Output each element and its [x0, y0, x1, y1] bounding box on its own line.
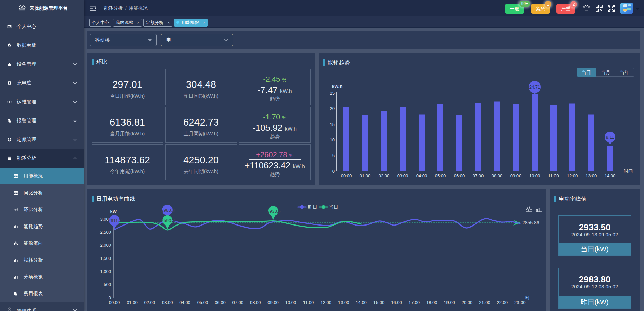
svg-text:02:00: 02:00	[144, 300, 155, 305]
svg-text:12:00: 12:00	[321, 300, 332, 305]
svg-text:01:00: 01:00	[127, 300, 138, 305]
svg-text:2611.2: 2611.2	[108, 218, 122, 223]
svg-text:04:00: 04:00	[416, 173, 427, 178]
svg-text:2,000: 2,000	[100, 243, 111, 248]
svg-text:16:00: 16:00	[391, 300, 402, 305]
svg-text:当日: 当日	[329, 204, 338, 210]
svg-text:05:00: 05:00	[435, 173, 446, 178]
svg-text:0: 0	[332, 169, 335, 174]
svg-text:0: 0	[109, 295, 111, 300]
svg-text:2,500: 2,500	[100, 230, 111, 235]
svg-text:20:00: 20:00	[462, 300, 473, 305]
svg-text:14:00: 14:00	[356, 300, 367, 305]
svg-text:03:00: 03:00	[162, 300, 173, 305]
svg-text:21:00: 21:00	[479, 300, 490, 305]
svg-text:11:00: 11:00	[303, 300, 314, 305]
svg-text:08:00: 08:00	[492, 173, 503, 178]
svg-text:时: 时	[525, 295, 530, 300]
svg-text:15: 15	[330, 122, 335, 127]
svg-text:05:00: 05:00	[197, 300, 208, 305]
svg-text:5: 5	[332, 153, 335, 158]
svg-text:1,000: 1,000	[100, 269, 111, 274]
svg-text:kW: kW	[110, 209, 117, 214]
svg-text:500: 500	[104, 282, 111, 287]
svg-text:13:00: 13:00	[338, 300, 349, 305]
svg-text:04:00: 04:00	[179, 300, 190, 305]
svg-text:17:00: 17:00	[409, 300, 420, 305]
svg-text:18:00: 18:00	[426, 300, 437, 305]
svg-text:06:00: 06:00	[454, 173, 465, 178]
svg-text:03:00: 03:00	[397, 173, 408, 178]
svg-text:15:00: 15:00	[373, 300, 385, 305]
svg-text:10:00: 10:00	[285, 300, 296, 305]
svg-text:07:00: 07:00	[232, 300, 244, 305]
svg-text:09:00: 09:00	[510, 173, 522, 178]
svg-text:12:00: 12:00	[567, 173, 578, 178]
svg-text:25: 25	[330, 91, 335, 96]
svg-text:14:00: 14:00	[605, 173, 616, 178]
svg-text:13:00: 13:00	[586, 173, 597, 178]
svg-text:08:00: 08:00	[250, 300, 261, 305]
svg-text:2983.8: 2983.8	[161, 208, 175, 213]
svg-text:10: 10	[330, 137, 335, 142]
svg-text:00:00: 00:00	[109, 300, 120, 305]
svg-text:1,500: 1,500	[100, 256, 111, 261]
svg-text:2590.8: 2590.8	[161, 218, 175, 223]
svg-text:02:00: 02:00	[379, 173, 390, 178]
svg-text:kW.h: kW.h	[332, 84, 342, 89]
svg-text:10:00: 10:00	[529, 173, 540, 178]
svg-text:06:00: 06:00	[215, 300, 226, 305]
svg-text:01:00: 01:00	[360, 173, 371, 178]
svg-text:23:00: 23:00	[514, 300, 526, 305]
svg-text:24.71: 24.71	[529, 84, 540, 90]
svg-text:07:00: 07:00	[473, 173, 484, 178]
svg-text:11:00: 11:00	[548, 173, 559, 178]
svg-text:2933.5: 2933.5	[267, 209, 281, 214]
svg-text:09:00: 09:00	[267, 300, 279, 305]
svg-text:昨日: 昨日	[308, 204, 317, 210]
svg-text:00:00: 00:00	[341, 173, 352, 178]
svg-text:22:00: 22:00	[497, 300, 508, 305]
svg-text:2855.86: 2855.86	[522, 220, 539, 226]
svg-text:20: 20	[330, 106, 335, 111]
svg-text:时间: 时间	[624, 169, 633, 174]
svg-text:8.11: 8.11	[606, 135, 614, 140]
svg-text:19:00: 19:00	[444, 300, 455, 305]
